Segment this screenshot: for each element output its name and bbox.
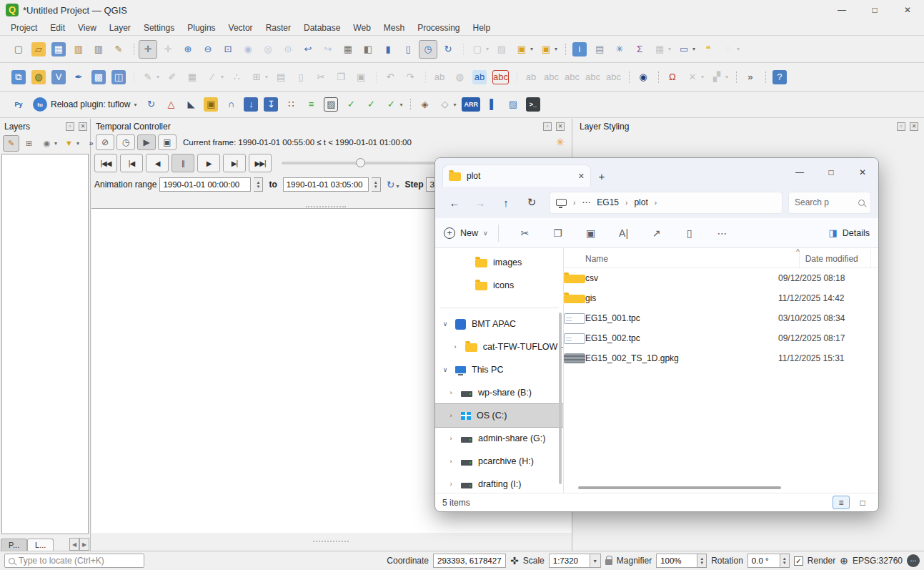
- explorer-maximize-button[interactable]: □: [815, 158, 847, 187]
- file-row-csv[interactable]: csv 09/12/2025 08:18 File folder: [564, 268, 878, 288]
- next-frame-button[interactable]: ▶|: [223, 154, 246, 172]
- sidebar-item-this-pc[interactable]: ∨ This PC: [435, 358, 563, 381]
- zoom-full-icon[interactable]: ⊡: [219, 40, 237, 59]
- tcf-icon[interactable]: ∷: [282, 95, 300, 114]
- integrity-tool-icon[interactable]: ◣: [182, 95, 200, 114]
- large-icons-view-icon[interactable]: □: [854, 496, 871, 509]
- style-manager-icon[interactable]: ✎: [109, 40, 128, 59]
- tuflow-3d-icon[interactable]: ▣: [202, 95, 220, 114]
- sidebar-item-admin-share-g[interactable]: › admin-share (G:): [435, 427, 563, 450]
- rotate-label-icon[interactable]: abc: [583, 68, 602, 87]
- panel-close-icon[interactable]: ✕: [79, 122, 87, 131]
- menu-layer[interactable]: Layer: [103, 21, 137, 34]
- paste-icon[interactable]: ▣: [575, 227, 607, 239]
- breadcrumb-plot[interactable]: plot: [634, 197, 647, 207]
- menu-plugins[interactable]: Plugins: [181, 21, 222, 34]
- label-abc-icon[interactable]: abc: [490, 68, 511, 87]
- file-row-eg15-002-tpc[interactable]: EG15_002.tpc 09/12/2025 08:17 TPC File: [564, 328, 878, 348]
- identify-features-icon[interactable]: i: [570, 40, 589, 59]
- column-date-modified[interactable]: Date modified: [799, 250, 870, 267]
- run-stack-icon[interactable]: ≡: [302, 95, 320, 114]
- menu-processing[interactable]: Processing: [411, 21, 466, 34]
- raster-style-icon[interactable]: ▨: [322, 95, 340, 114]
- zoom-out-icon[interactable]: ⊖: [199, 40, 217, 59]
- tab-scroll-right-icon[interactable]: ▶: [79, 538, 89, 551]
- breadcrumb-separator[interactable]: ›: [625, 199, 627, 207]
- magnifier-input[interactable]: 100%: [656, 554, 697, 568]
- increment-file-icon[interactable]: ↧: [262, 95, 280, 114]
- expand-chevron-icon[interactable]: ›: [447, 481, 455, 488]
- zoom-next-icon[interactable]: ↪: [319, 40, 337, 59]
- skip-to-end-button[interactable]: ▶▶|: [249, 154, 272, 172]
- minimize-button[interactable]: —: [825, 0, 858, 20]
- sidebar-separator[interactable]: [439, 297, 559, 308]
- panel-float-icon[interactable]: ▫: [66, 122, 74, 131]
- sidebar-scrollbar[interactable]: [559, 313, 562, 484]
- save-edits-icon[interactable]: ▦: [183, 68, 202, 87]
- add-group-icon[interactable]: ⊞: [21, 135, 37, 152]
- pause-button[interactable]: ∥: [172, 154, 194, 172]
- time-slider[interactable]: [282, 162, 446, 164]
- metasearch-icon[interactable]: ◉: [634, 68, 652, 87]
- sidebar-item-cat-tfw-tuflow[interactable]: › cat-TFW-TUFLOW -: [435, 335, 563, 358]
- breadcrumb-separator[interactable]: ›: [573, 199, 575, 207]
- animation-start-input[interactable]: 1990-01-01 00:00:00: [159, 177, 251, 192]
- pin-unpin-labels-icon[interactable]: ab: [522, 68, 540, 87]
- breadcrumb-ellipsis[interactable]: ⋯: [582, 197, 590, 207]
- fixed-range-icon[interactable]: ◷: [116, 134, 135, 150]
- check-1d-icon[interactable]: ✓: [382, 95, 404, 114]
- temporal-off-icon[interactable]: ⊘: [96, 134, 114, 150]
- open-project-icon[interactable]: ▱: [29, 40, 48, 59]
- refresh-button[interactable]: ↻: [520, 196, 544, 209]
- loop-icon[interactable]: ↻: [387, 179, 399, 190]
- column-name[interactable]: Name^: [564, 254, 799, 264]
- explorer-tab-plot[interactable]: plot ✕: [442, 164, 591, 187]
- skip-to-start-button[interactable]: |◀◀: [94, 154, 117, 172]
- sidebar-item-drafting-i[interactable]: › drafting (I:): [435, 473, 563, 493]
- add-vector-layer-icon[interactable]: V: [49, 68, 68, 87]
- add-virtual-layer-icon[interactable]: ◫: [109, 68, 128, 87]
- scale-input[interactable]: 1:7320: [549, 554, 590, 568]
- label-pin-icon[interactable]: ab: [470, 68, 489, 87]
- new-print-layout-icon[interactable]: ▥: [69, 40, 88, 59]
- layer-diagram-icon[interactable]: ◍: [450, 68, 469, 87]
- current-edits-icon[interactable]: ✎: [139, 68, 162, 87]
- crs-globe-icon[interactable]: ⊕: [840, 555, 848, 566]
- explorer-minimize-button[interactable]: —: [784, 158, 815, 187]
- tab-scroll-left-icon[interactable]: ◀: [69, 538, 79, 551]
- deselect-features-icon[interactable]: ▨: [492, 40, 511, 59]
- maximize-button[interactable]: □: [858, 0, 891, 20]
- rotation-input[interactable]: 0.0 °: [747, 554, 780, 568]
- panel-close-icon[interactable]: ✕: [910, 122, 918, 131]
- package-model-icon[interactable]: ◈: [415, 95, 434, 114]
- lock-scale-icon[interactable]: [605, 559, 612, 565]
- arr-tool-icon[interactable]: ARR: [459, 95, 482, 114]
- map-tips-icon[interactable]: ❝: [699, 40, 717, 59]
- show-hidden-labels-icon[interactable]: abc: [542, 68, 561, 87]
- expand-chevron-icon[interactable]: ›: [447, 458, 455, 465]
- annotation-icon[interactable]: ◌: [719, 40, 742, 59]
- menu-edit[interactable]: Edit: [44, 21, 71, 34]
- bottom-splitter[interactable]: [91, 533, 572, 551]
- menu-settings[interactable]: Settings: [137, 21, 181, 34]
- layer-visibility-icon[interactable]: ◉: [39, 135, 59, 152]
- expand-chevron-icon[interactable]: ›: [447, 435, 455, 442]
- back-button[interactable]: ←: [442, 197, 467, 209]
- file-row-gis[interactable]: gis 11/12/2025 14:42 File folder: [564, 288, 878, 308]
- temporal-settings-icon[interactable]: ✳: [555, 136, 565, 149]
- select-by-location-icon[interactable]: ▣: [537, 40, 560, 59]
- arch-bridge-icon[interactable]: ∩: [222, 95, 240, 114]
- panel-tab-p[interactable]: P...: [1, 539, 27, 551]
- statistics-icon[interactable]: Σ: [630, 40, 649, 59]
- expand-chevron-icon[interactable]: ∨: [441, 366, 449, 373]
- advanced-digitizing-icon[interactable]: ▞: [707, 68, 730, 87]
- delete-icon[interactable]: ▯: [673, 227, 706, 239]
- end-spinner[interactable]: [372, 177, 381, 192]
- breadcrumb-separator[interactable]: ›: [655, 199, 657, 207]
- menu-view[interactable]: View: [71, 21, 103, 34]
- snapping-icon[interactable]: Ω: [663, 68, 682, 87]
- menu-raster[interactable]: Raster: [259, 21, 297, 34]
- sidebar-item-bmt-apac[interactable]: ∨ BMT APAC: [435, 313, 563, 335]
- attribute-table-icon[interactable]: ▦: [650, 40, 673, 59]
- list-view-icon[interactable]: ≡: [833, 496, 850, 509]
